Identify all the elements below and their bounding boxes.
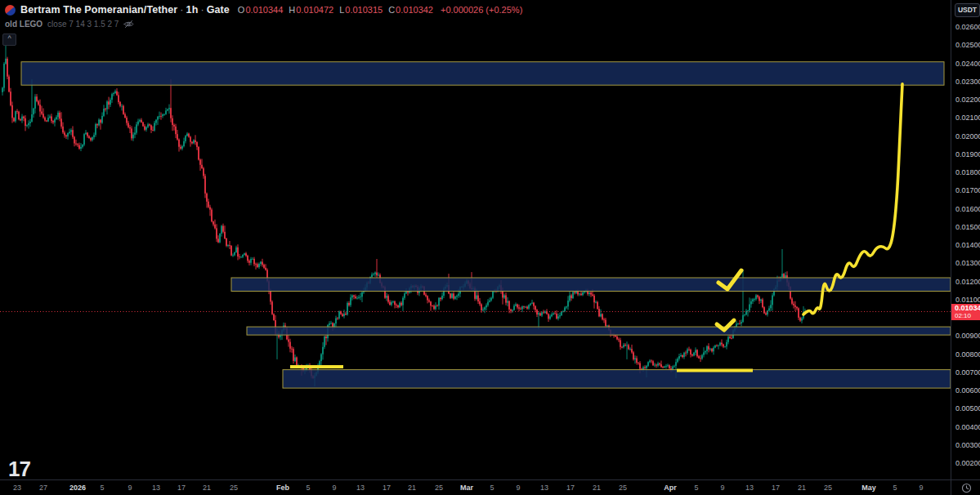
time-tick-label: 9	[128, 484, 132, 492]
time-tick-label: 21	[798, 484, 806, 492]
time-tick-label: 9	[332, 484, 336, 492]
price-tick-label: 0.008000	[955, 350, 980, 359]
time-tick-label: 25	[230, 484, 238, 492]
supply-demand-zones[interactable]	[21, 62, 951, 388]
price-tick-label: 0.004000	[955, 423, 980, 431]
ohlc-values: O0.010344 H0.010472 L0.010315 C0.010342 …	[238, 5, 522, 15]
pane-collapse-button[interactable]: ^	[2, 33, 16, 46]
price-tick-label: 0.006000	[955, 386, 980, 395]
time-tick-label: 13	[356, 484, 365, 492]
high-label: H	[289, 5, 295, 15]
price-axis[interactable]: USDT 0.010342 02:10 0.0260000.0250000.02…	[951, 0, 980, 495]
indicator-row: old LEGO close 7 14 3 1.5 2 7	[5, 18, 134, 29]
close-label: C	[388, 5, 395, 15]
time-tick-label: 13	[152, 484, 160, 492]
price-tick-label: 0.014000	[955, 241, 980, 249]
time-tick-label: 9	[919, 484, 923, 492]
time-tick-major: Apr	[664, 484, 677, 492]
separator: ·	[177, 4, 186, 16]
price-tick-label: 0.013000	[955, 259, 980, 267]
time-tick-label: 5	[893, 484, 897, 492]
price-tick-label: 0.021000	[955, 114, 980, 122]
symbol-logo-icon	[5, 5, 16, 16]
price-tick-label: 0.017000	[955, 186, 980, 194]
time-tick-label: 17	[383, 484, 391, 492]
time-tick-label: 21	[593, 484, 601, 492]
symbol-name: Bertram The Pomeranian/Tether	[20, 4, 177, 16]
timezone-clock-icon	[961, 483, 972, 493]
chart-canvas[interactable]	[0, 0, 951, 480]
price-tick-label: 0.016000	[955, 205, 980, 213]
time-tick-label: 9	[516, 484, 520, 492]
time-tick-label: 5	[100, 484, 104, 492]
price-tick-label: 0.023000	[955, 78, 980, 86]
price-tick-label: 0.011000	[955, 296, 980, 304]
time-tick-label: 5	[490, 484, 494, 492]
low-label: L	[339, 5, 344, 15]
time-tick-label: 27	[39, 484, 47, 492]
time-tick-label: 23	[13, 484, 21, 492]
time-axis[interactable]: 232720265913172125Feb5913172125Mar591317…	[0, 479, 951, 495]
time-tick-label: 5	[306, 484, 310, 492]
chart-legend: Bertram The Pomeranian/Tether·1h·Gate O0…	[5, 2, 522, 17]
time-tick-label: 25	[619, 484, 627, 492]
eye-off-icon[interactable]	[123, 19, 134, 29]
trading-chart-app: 17 Bertram The Pomeranian/Tether·1h·Gate…	[0, 0, 980, 495]
time-tick-major: 2026	[69, 484, 86, 492]
price-tick-label: 0.002000	[955, 459, 980, 467]
last-price-tag: 0.010342 02:10	[951, 304, 980, 320]
price-tick-label: 0.005000	[955, 404, 980, 412]
price-tick-label: 0.015000	[955, 223, 980, 231]
price-tick-label: 0.024000	[955, 60, 980, 68]
axis-corner[interactable]	[951, 479, 980, 495]
time-tick-label: 21	[408, 484, 416, 492]
price-tick-label: 0.026000	[955, 23, 980, 31]
price-tick-label: 0.007000	[955, 368, 980, 377]
last-price-value: 0.010342	[955, 304, 980, 312]
time-tick-label: 25	[824, 484, 832, 492]
time-tick-label: 17	[772, 484, 780, 492]
price-tick-label: 0.025000	[955, 41, 980, 49]
price-tick-label: 0.022000	[955, 96, 980, 104]
candle-countdown: 02:10	[955, 312, 980, 319]
time-tick-label: 9	[720, 484, 724, 492]
time-tick-label: 17	[566, 484, 575, 492]
open-label: O	[238, 5, 245, 15]
price-tick-label: 0.003000	[955, 441, 980, 449]
price-tick-label: 0.009000	[955, 332, 980, 340]
time-tick-major: Mar	[460, 484, 473, 492]
symbol-title[interactable]: Bertram The Pomeranian/Tether·1h·Gate	[20, 4, 230, 16]
exchange-label: Gate	[207, 4, 230, 16]
separator: ·	[198, 4, 206, 16]
time-tick-major: Feb	[276, 484, 289, 492]
indicator-params: close 7 14 3 1.5 2 7	[47, 20, 119, 29]
low-value: 0.010315	[345, 5, 383, 15]
indicator-name: old LEGO	[5, 20, 43, 29]
change-value: +0.000026 (+0.25%)	[441, 5, 522, 15]
time-tick-label: 5	[694, 484, 698, 492]
open-value: 0.010344	[245, 5, 283, 15]
time-tick-label: 21	[203, 484, 211, 492]
currency-toggle-button[interactable]: USDT	[955, 3, 980, 17]
high-value: 0.010472	[296, 5, 333, 15]
time-tick-label: 13	[745, 484, 754, 492]
interval-label[interactable]: 1h	[186, 4, 199, 16]
time-tick-label: 25	[435, 484, 443, 492]
price-tick-label: 0.012000	[955, 278, 980, 286]
time-tick-label: 17	[177, 484, 186, 492]
price-tick-label: 0.018000	[955, 168, 980, 176]
time-tick-major: May	[861, 484, 876, 492]
close-value: 0.010342	[396, 5, 433, 15]
price-tick-label: 0.020000	[955, 132, 980, 140]
price-tick-label: 0.019000	[955, 150, 980, 158]
time-tick-label: 13	[540, 484, 548, 492]
